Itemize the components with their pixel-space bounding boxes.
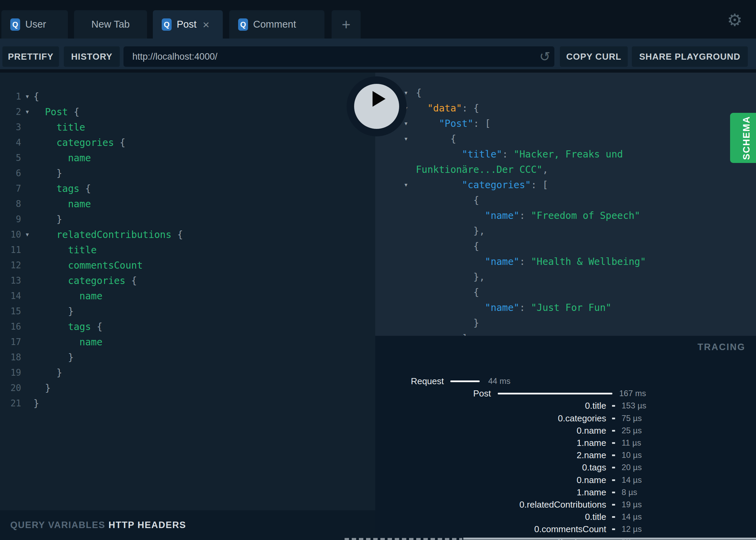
code-text: {	[33, 89, 39, 104]
close-tab-icon[interactable]: ×	[203, 19, 209, 30]
code-token: tags	[33, 183, 79, 194]
endpoint-url-field: ↺	[123, 46, 554, 67]
editor-code-line[interactable]: 16 tags {	[0, 319, 375, 334]
execute-button[interactable]	[347, 76, 407, 136]
line-number: 20	[0, 380, 21, 396]
add-tab-button[interactable]: +	[332, 10, 361, 39]
fold-arrow-icon[interactable]: ▼	[21, 89, 33, 104]
tab-comment[interactable]: Q Comment	[229, 10, 324, 39]
tracing-duration-value: 11 µs	[622, 437, 641, 449]
line-number: 21	[0, 396, 21, 411]
query-editor[interactable]: 1▼{2▼ Post {3 title4 categories {5 name6…	[0, 73, 375, 510]
editor-code-line[interactable]: 10▼ relatedContributions {	[0, 227, 375, 242]
code-token: tags	[33, 321, 91, 332]
code-token: :	[519, 210, 531, 221]
history-button[interactable]: HISTORY	[64, 46, 120, 67]
code-token: {	[416, 241, 479, 252]
code-token: name	[33, 290, 102, 302]
code-token: : {	[462, 103, 479, 114]
editor-code-line[interactable]: 3 title	[0, 120, 375, 135]
code-text: name	[33, 334, 102, 350]
editor-code-line[interactable]: 1▼{	[0, 89, 375, 104]
tracing-resolver-label: 0.title	[585, 511, 606, 523]
code-token	[416, 179, 462, 191]
copy-curl-button[interactable]: COPY CURL	[560, 46, 628, 67]
tracing-dash	[612, 418, 615, 419]
tracing-duration-value: 153 µs	[622, 400, 646, 412]
editor-code-line[interactable]: 7 tags {	[0, 181, 375, 196]
code-token: categories	[33, 137, 114, 148]
response-code-line: },	[375, 269, 756, 285]
code-token: {	[416, 195, 479, 206]
query-variables-tab[interactable]: QUERY VARIABLES	[10, 510, 105, 540]
tab-post[interactable]: Q Post ×	[153, 10, 223, 39]
code-text: }	[33, 166, 62, 181]
editor-code-line[interactable]: 9 }	[0, 212, 375, 227]
code-text: relatedContributions {	[33, 227, 183, 242]
tracing-horizontal-scrollbar[interactable]	[463, 538, 756, 540]
editor-code-line[interactable]: 5 name	[0, 150, 375, 166]
tracing-duration-value: 167 ms	[619, 387, 646, 400]
editor-code-line[interactable]: 14 name	[0, 288, 375, 304]
editor-code-line[interactable]: 15 }	[0, 304, 375, 319]
code-text: title	[33, 242, 97, 258]
code-token: {	[114, 137, 126, 148]
fold-arrow-icon[interactable]: ▼	[21, 227, 33, 242]
editor-code-line[interactable]: 19 }	[0, 365, 375, 380]
code-text: tags {	[33, 319, 102, 334]
editor-code-line[interactable]: 4 categories {	[0, 135, 375, 150]
tab-new-tab[interactable]: New Tab	[74, 10, 147, 39]
fold-spacer	[21, 304, 33, 319]
fold-arrow-icon[interactable]: ▼	[402, 177, 410, 193]
code-token: name	[33, 336, 102, 348]
code-text: }	[33, 350, 74, 365]
editor-code-line[interactable]: 6 }	[0, 166, 375, 181]
editor-code-line[interactable]: 13 categories {	[0, 273, 375, 288]
editor-code-line[interactable]: 21}	[0, 396, 375, 411]
prettify-button[interactable]: PRETTIFY	[2, 46, 59, 67]
code-token: "categories"	[462, 179, 531, 191]
code-token: }	[33, 382, 51, 394]
fold-arrow-icon[interactable]: ▼	[21, 104, 33, 120]
code-token: Funktionäre...Der CCC"	[416, 164, 542, 175]
editor-code-line[interactable]: 18 }	[0, 350, 375, 365]
response-code-line: {	[375, 285, 756, 300]
fold-spacer	[21, 365, 33, 380]
fold-spacer	[21, 258, 33, 273]
tracing-duration-bar	[450, 380, 480, 382]
tab-user[interactable]: Q User	[1, 10, 68, 39]
editor-code-line[interactable]: 2▼ Post {	[0, 104, 375, 120]
editor-code-line[interactable]: 17 name	[0, 334, 375, 350]
schema-tab[interactable]: SCHEMA	[730, 113, 756, 163]
editor-code-line[interactable]: 8 name	[0, 196, 375, 212]
code-token: "Hacker, Freaks und	[514, 149, 623, 160]
line-number: 12	[0, 258, 21, 273]
tracing-row: 0.tags20 µs	[375, 461, 756, 474]
code-token: :	[502, 149, 514, 160]
tracing-duration-value: 14 µs	[622, 474, 642, 486]
line-number: 10	[0, 227, 21, 242]
code-token: {	[33, 91, 39, 102]
response-code-line: ▼{	[375, 85, 756, 101]
fold-spacer	[21, 181, 33, 196]
code-token: commentsCount	[33, 260, 143, 271]
editor-code-line[interactable]: 11 title	[0, 242, 375, 258]
code-token	[416, 118, 439, 129]
editor-code-line[interactable]: 12 commentsCount	[0, 258, 375, 273]
reload-icon[interactable]: ↺	[535, 49, 554, 64]
tracing-duration-value: 20 µs	[622, 461, 642, 474]
tracing-row: 1.name8 µs	[375, 486, 756, 498]
line-number: 11	[0, 242, 21, 258]
endpoint-url-input[interactable]	[123, 51, 535, 62]
settings-gear-icon[interactable]: ⚙	[727, 10, 742, 30]
code-token: {	[416, 133, 456, 145]
code-token: }	[33, 214, 62, 225]
code-token: "Just For Fun"	[531, 302, 611, 313]
http-headers-tab[interactable]: HTTP HEADERS	[108, 510, 186, 540]
editor-code-line[interactable]: 20 }	[0, 380, 375, 396]
tracing-row: Request44 ms	[375, 375, 756, 387]
share-playground-button[interactable]: SHARE PLAYGROUND	[632, 46, 748, 67]
tracing-row: 1.name11 µs	[375, 437, 756, 449]
graphql-playground-window: Q User New Tab Q Post × Q Comment + ⚙ PR…	[0, 0, 756, 540]
fold-arrow-icon[interactable]: ▼	[402, 131, 410, 147]
